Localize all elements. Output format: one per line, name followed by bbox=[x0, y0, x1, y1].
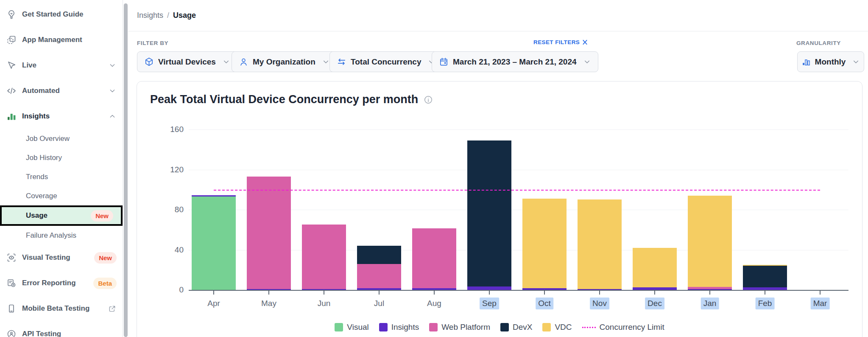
my-organization-label: My Organization bbox=[253, 57, 315, 67]
chevron-down-icon[interactable] bbox=[108, 61, 117, 70]
sidebar-item-automated[interactable]: Automated bbox=[0, 78, 123, 104]
legend-label: Visual bbox=[347, 323, 368, 332]
bar-segment-vdc-oct[interactable] bbox=[522, 199, 567, 288]
x-axis-label-nov: Nov bbox=[590, 298, 609, 309]
bar-segment-web-platform-may[interactable] bbox=[247, 177, 291, 289]
sidebar-item-api-testing[interactable]: API Testing bbox=[0, 321, 123, 337]
sidebar-item-insights[interactable]: Insights bbox=[0, 104, 123, 129]
legend-item-insights[interactable]: Insights bbox=[379, 323, 419, 332]
bar-segment-devx-jul[interactable] bbox=[357, 246, 401, 264]
sidebar-item-label: App Management bbox=[22, 36, 117, 44]
x-axis-label-feb: Feb bbox=[756, 298, 775, 309]
reset-filters-button[interactable]: RESET FILTERS bbox=[533, 39, 588, 45]
sidebar-subitem-label: Usage bbox=[26, 211, 47, 220]
sidebar-item-live[interactable]: Live bbox=[0, 53, 123, 78]
legend-item-vdc[interactable]: VDC bbox=[542, 323, 572, 332]
chevron-down-icon bbox=[852, 58, 860, 66]
sidebar-item-job-overview[interactable]: Job Overview bbox=[0, 129, 123, 148]
bar-segment-web-platform-aug[interactable] bbox=[412, 228, 456, 289]
x-axis-label-jun: Jun bbox=[315, 298, 333, 309]
date-range-label: March 21, 2023 – March 21, 2024 bbox=[453, 57, 577, 67]
breadcrumb: Insights / Usage bbox=[128, 0, 868, 31]
date-range-dropdown[interactable]: March 21, 2023 – March 21, 2024 bbox=[432, 51, 598, 72]
sidebar-item-failure-analysis[interactable]: Failure Analysis bbox=[0, 226, 123, 245]
granularity-bars-icon bbox=[801, 57, 811, 67]
sidebar-item-coverage[interactable]: Coverage bbox=[0, 186, 123, 205]
x-axis-tick bbox=[489, 291, 490, 295]
legend-item-concurrency-limit[interactable]: Concurrency Limit bbox=[582, 323, 664, 332]
y-axis-tick-label: 120 bbox=[150, 165, 184, 175]
reset-filters-label: RESET FILTERS bbox=[533, 39, 580, 45]
granularity-dropdown[interactable]: Monthly bbox=[797, 51, 864, 72]
x-axis-line bbox=[189, 290, 848, 291]
x-axis-tick bbox=[268, 291, 269, 295]
virtual-devices-dropdown[interactable]: Virtual Devices bbox=[137, 51, 237, 72]
sidebar-item-app-management[interactable]: App Management bbox=[0, 27, 123, 53]
app-windows-icon bbox=[6, 35, 17, 45]
bar-segment-insights-sep[interactable] bbox=[467, 286, 511, 290]
sidebar-item-label: Get Started Guide bbox=[22, 10, 117, 19]
bar-segment-vdc-feb[interactable] bbox=[743, 265, 787, 266]
chevron-down-icon[interactable] bbox=[108, 87, 117, 95]
sidebar-item-error-reporting[interactable]: Error Reporting Beta bbox=[0, 270, 123, 296]
sidebar-item-label: Insights bbox=[22, 112, 108, 121]
concurrency-limit-line bbox=[214, 190, 820, 191]
sidebar-item-label: API Testing bbox=[22, 330, 117, 337]
bar-segment-devx-feb[interactable] bbox=[743, 266, 787, 287]
sidebar-item-label: Automated bbox=[22, 87, 108, 95]
chart-title-row: Peak Total Virtual Device Concurrency pe… bbox=[150, 93, 433, 106]
person-icon bbox=[239, 57, 248, 67]
legend-swatch bbox=[335, 323, 343, 331]
legend-swatch bbox=[500, 323, 509, 331]
legend-item-visual[interactable]: Visual bbox=[335, 323, 368, 332]
legend-dashed-line-swatch bbox=[582, 327, 596, 328]
sidebar-subitem-label: Trends bbox=[26, 173, 48, 181]
x-axis-tick bbox=[654, 291, 655, 295]
bar-segment-visual-apr[interactable] bbox=[192, 197, 236, 290]
sidebar-scrollbar[interactable] bbox=[124, 3, 128, 337]
info-icon[interactable] bbox=[424, 95, 433, 104]
sidebar-item-mobile-beta-testing[interactable]: Mobile Beta Testing bbox=[0, 296, 123, 321]
my-organization-dropdown[interactable]: My Organization bbox=[232, 51, 337, 72]
granularity-label: GRANULARITY bbox=[796, 40, 841, 46]
new-badge: New bbox=[94, 252, 117, 264]
x-axis-tick bbox=[434, 291, 435, 295]
legend-item-web-platform[interactable]: Web Platform bbox=[429, 323, 490, 332]
breadcrumb-separator: / bbox=[167, 11, 169, 20]
bar-segment-vdc-nov[interactable] bbox=[578, 199, 622, 289]
legend-label: Web Platform bbox=[441, 323, 490, 332]
legend-swatch bbox=[542, 323, 551, 331]
sidebar-item-get-started-guide[interactable]: Get Started Guide bbox=[0, 2, 123, 27]
sidebar-item-usage[interactable]: Usage New bbox=[0, 205, 123, 226]
api-person-icon bbox=[6, 329, 17, 337]
x-axis-label-oct: Oct bbox=[536, 298, 553, 309]
chevron-up-icon[interactable] bbox=[108, 112, 117, 121]
total-concurrency-label: Total Concurrency bbox=[351, 57, 421, 67]
bar-segment-vdc-jan[interactable] bbox=[688, 196, 732, 287]
bar-segment-vdc-dec[interactable] bbox=[633, 248, 677, 287]
bar-segment-insights-apr[interactable] bbox=[192, 195, 236, 197]
chevron-down-icon bbox=[322, 58, 330, 66]
x-axis-tick bbox=[324, 291, 324, 295]
breadcrumb-section[interactable]: Insights bbox=[137, 11, 163, 20]
legend-item-devx[interactable]: DevX bbox=[500, 323, 532, 332]
sidebar-item-job-history[interactable]: Job History bbox=[0, 148, 123, 167]
sidebar-item-trends[interactable]: Trends bbox=[0, 167, 123, 186]
x-axis-label-may: May bbox=[259, 298, 279, 309]
total-concurrency-dropdown[interactable]: Total Concurrency bbox=[329, 51, 443, 72]
sidebar-subitem-label: Failure Analysis bbox=[26, 231, 76, 240]
calendar-icon bbox=[439, 57, 449, 67]
swap-arrows-icon bbox=[337, 57, 346, 67]
bar-segment-web-platform-jun[interactable] bbox=[302, 225, 346, 289]
chart-title: Peak Total Virtual Device Concurrency pe… bbox=[150, 93, 418, 106]
bar-segment-web-platform-jul[interactable] bbox=[357, 264, 401, 289]
virtual-devices-label: Virtual Devices bbox=[158, 57, 216, 67]
bar-chart-icon bbox=[6, 111, 17, 121]
sidebar: Get Started Guide App Management Live Au… bbox=[0, 0, 123, 337]
bar-segment-web-platform-jan[interactable] bbox=[688, 287, 732, 289]
beta-badge: Beta bbox=[93, 278, 117, 289]
gridline bbox=[189, 129, 848, 130]
sidebar-item-visual-testing[interactable]: Visual Testing New bbox=[0, 245, 123, 270]
bar-segment-devx-sep[interactable] bbox=[467, 140, 511, 286]
x-axis-label-jan: Jan bbox=[701, 298, 719, 309]
